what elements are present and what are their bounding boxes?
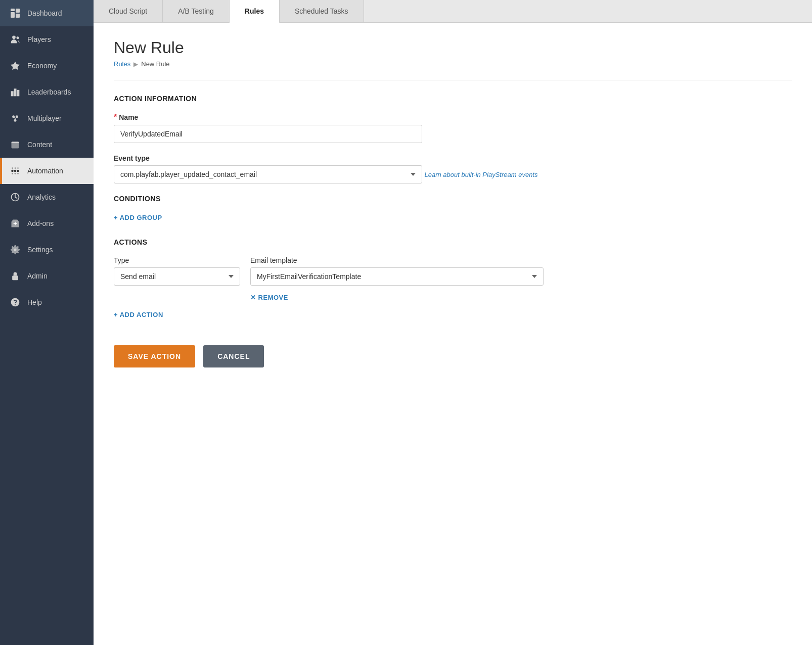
svg-point-5 — [17, 36, 19, 39]
breadcrumb-current: New Rule — [141, 60, 169, 68]
svg-rect-8 — [14, 88, 17, 96]
content-area: New Rule Rules ▶ New Rule ACTION INFORMA… — [94, 23, 812, 645]
settings-icon — [9, 244, 21, 256]
sidebar-label-automation: Automation — [27, 167, 63, 175]
svg-line-13 — [15, 118, 16, 120]
players-icon — [9, 33, 21, 45]
sidebar-label-help: Help — [27, 298, 42, 306]
leaderboards-icon — [9, 86, 21, 98]
sidebar-label-analytics: Analytics — [27, 193, 56, 201]
type-select[interactable]: Send email — [114, 267, 240, 286]
tab-ab-testing[interactable]: A/B Testing — [163, 0, 230, 22]
svg-rect-7 — [11, 91, 14, 96]
svg-point-19 — [12, 167, 13, 169]
economy-icon — [9, 60, 21, 72]
cancel-button[interactable]: CANCEL — [203, 345, 264, 367]
add-group-button[interactable]: + ADD GROUP — [114, 214, 162, 221]
svg-rect-1 — [16, 9, 20, 13]
content-icon — [9, 139, 21, 151]
conditions-title: CONDITIONS — [114, 195, 792, 203]
email-template-label: Email template — [250, 256, 544, 264]
svg-rect-0 — [11, 9, 15, 11]
svg-rect-28 — [12, 275, 18, 280]
sidebar-label-economy: Economy — [27, 62, 57, 70]
action-information-section: ACTION INFORMATION * Name Event type com… — [114, 95, 792, 183]
action-row: Type Send email Email template MyFirstEm… — [114, 256, 792, 286]
svg-point-18 — [17, 170, 19, 172]
sidebar: Dashboard Players Economy Leaderboards M… — [0, 0, 94, 645]
tab-rules[interactable]: Rules — [230, 0, 280, 23]
breadcrumb: Rules ▶ New Rule — [114, 60, 792, 68]
email-template-field-group: Email template MyFirstEmailVerificationT… — [250, 256, 544, 286]
page-title: New Rule — [114, 38, 792, 57]
svg-point-22 — [12, 173, 13, 174]
sidebar-label-dashboard: Dashboard — [27, 9, 62, 17]
multiplayer-icon — [9, 112, 21, 124]
type-field-group: Type Send email — [114, 256, 240, 286]
addons-icon — [9, 217, 21, 229]
breadcrumb-parent-link[interactable]: Rules — [114, 60, 130, 68]
sidebar-item-players[interactable]: Players — [0, 26, 94, 53]
svg-point-12 — [14, 119, 17, 122]
sidebar-item-leaderboards[interactable]: Leaderboards — [0, 79, 94, 105]
svg-point-24 — [17, 173, 19, 174]
required-star: * — [114, 113, 117, 122]
remove-button[interactable]: ✕ REMOVE — [250, 294, 288, 301]
dashboard-icon — [9, 7, 21, 19]
sidebar-item-automation[interactable]: Automation — [0, 158, 94, 184]
svg-line-14 — [14, 117, 15, 118]
event-type-select[interactable]: com.playfab.player_updated_contact_email — [114, 165, 422, 183]
conditions-section: CONDITIONS + ADD GROUP — [114, 195, 792, 222]
name-input[interactable] — [114, 125, 422, 143]
svg-point-23 — [15, 173, 16, 174]
learn-link[interactable]: Learn about built-in PlayStream events — [424, 171, 537, 178]
sidebar-item-addons[interactable]: Add-ons — [0, 210, 94, 237]
name-field-group: * Name — [114, 113, 792, 143]
svg-line-15 — [16, 117, 17, 118]
sidebar-item-dashboard[interactable]: Dashboard — [0, 0, 94, 26]
save-button[interactable]: SAVE ACTION — [114, 345, 195, 367]
sidebar-label-players: Players — [27, 35, 51, 43]
actions-title: ACTIONS — [114, 238, 792, 246]
help-icon — [9, 296, 21, 308]
admin-icon — [9, 270, 21, 282]
sidebar-item-content[interactable]: Content — [0, 131, 94, 158]
email-template-select[interactable]: MyFirstEmailVerificationTemplate — [250, 267, 544, 286]
sidebar-label-content: Content — [27, 141, 52, 149]
svg-point-4 — [12, 36, 16, 39]
svg-point-20 — [15, 167, 16, 169]
sidebar-item-admin[interactable]: Admin — [0, 263, 94, 289]
breadcrumb-separator: ▶ — [133, 61, 138, 68]
type-label: Type — [114, 256, 240, 264]
sidebar-item-help[interactable]: Help — [0, 289, 94, 315]
svg-marker-6 — [11, 62, 20, 70]
event-type-label: Event type — [114, 154, 792, 162]
main-area: Cloud Script A/B Testing Rules Scheduled… — [94, 0, 812, 645]
action-information-title: ACTION INFORMATION — [114, 95, 792, 103]
sidebar-label-leaderboards: Leaderboards — [27, 88, 71, 96]
sidebar-label-addons: Add-ons — [27, 219, 54, 227]
sidebar-item-analytics[interactable]: Analytics — [0, 184, 94, 210]
add-action-button[interactable]: + ADD ACTION — [114, 311, 163, 318]
event-type-field-group: Event type com.playfab.player_updated_co… — [114, 154, 792, 183]
svg-point-30 — [15, 304, 16, 305]
tab-scheduled-tasks[interactable]: Scheduled Tasks — [280, 0, 364, 22]
section-divider — [114, 80, 792, 80]
sidebar-label-admin: Admin — [27, 272, 48, 280]
tab-cloud-script[interactable]: Cloud Script — [94, 0, 163, 22]
name-label: * Name — [114, 113, 792, 122]
sidebar-label-multiplayer: Multiplayer — [27, 114, 62, 122]
svg-rect-2 — [11, 12, 15, 18]
svg-point-16 — [11, 170, 14, 172]
sidebar-item-settings[interactable]: Settings — [0, 237, 94, 263]
sidebar-item-multiplayer[interactable]: Multiplayer — [0, 105, 94, 131]
button-row: SAVE ACTION CANCEL — [114, 335, 792, 367]
analytics-icon — [9, 191, 21, 203]
automation-icon — [9, 165, 21, 177]
sidebar-item-economy[interactable]: Economy — [0, 53, 94, 79]
svg-rect-3 — [16, 14, 20, 18]
svg-point-17 — [14, 170, 17, 172]
tab-bar: Cloud Script A/B Testing Rules Scheduled… — [94, 0, 812, 23]
svg-rect-9 — [17, 90, 19, 97]
svg-point-21 — [17, 167, 19, 169]
